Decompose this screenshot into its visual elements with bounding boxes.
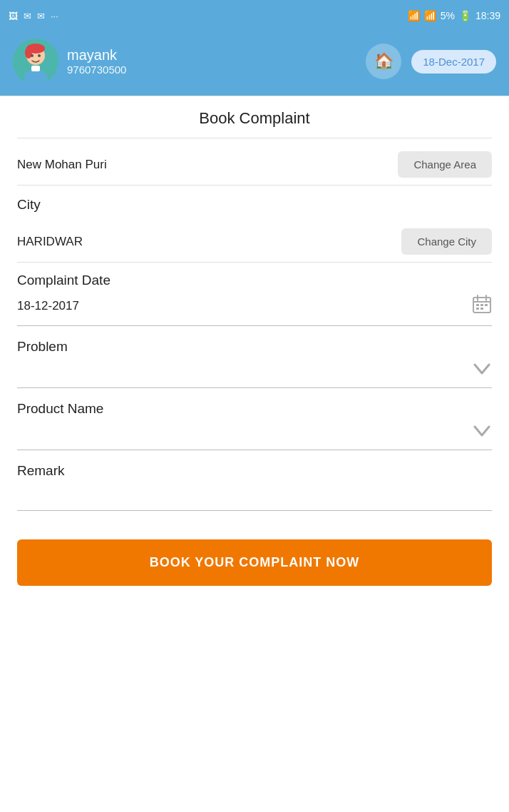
date-value: 18-12-2017 bbox=[17, 299, 79, 313]
wifi-icon: 📶 bbox=[408, 10, 420, 21]
page-title: Book Complaint bbox=[17, 96, 492, 138]
problem-chevron-icon bbox=[472, 362, 492, 380]
problem-section: Problem bbox=[17, 326, 492, 388]
user-info: mayank 9760730500 bbox=[13, 39, 126, 84]
header: mayank 9760730500 🏠 18-Dec-2017 bbox=[0, 31, 509, 96]
product-name-label: Product Name bbox=[17, 401, 492, 417]
status-bar: 🖼 ✉ ✉ ··· 📶 📶 5% 🔋 18:39 bbox=[0, 0, 509, 31]
change-city-button[interactable]: Change City bbox=[401, 228, 492, 255]
svg-rect-15 bbox=[476, 308, 479, 310]
book-complaint-button[interactable]: BOOK YOUR COMPLAINT NOW bbox=[17, 539, 492, 586]
svg-rect-16 bbox=[480, 308, 483, 310]
remark-label: Remark bbox=[17, 463, 492, 479]
main-content: Book Complaint New Mohan Puri Change Are… bbox=[0, 96, 509, 603]
product-dropdown-row[interactable] bbox=[17, 424, 492, 450]
email-icon-2: ✉ bbox=[37, 11, 45, 21]
complaint-date-label: Complaint Date bbox=[17, 273, 492, 288]
signal-icon: 📶 bbox=[424, 10, 436, 21]
avatar-svg bbox=[13, 39, 58, 84]
battery-icon: 🔋 bbox=[459, 10, 471, 21]
product-name-section: Product Name bbox=[17, 388, 492, 450]
complaint-date-section: Complaint Date 18-12-2017 bbox=[17, 263, 492, 326]
clock: 18:39 bbox=[475, 10, 500, 21]
header-right: 🏠 18-Dec-2017 bbox=[366, 44, 496, 79]
remark-section: Remark bbox=[17, 450, 492, 511]
city-value: HARIDWAR bbox=[17, 235, 83, 249]
user-phone: 9760730500 bbox=[67, 64, 126, 76]
home-button[interactable]: 🏠 bbox=[366, 44, 401, 79]
avatar bbox=[13, 39, 58, 84]
remark-input[interactable] bbox=[17, 486, 492, 511]
change-area-button[interactable]: Change Area bbox=[398, 151, 492, 178]
svg-rect-14 bbox=[485, 304, 488, 306]
status-right-info: 📶 📶 5% 🔋 18:39 bbox=[408, 10, 500, 21]
user-details: mayank 9760730500 bbox=[67, 47, 126, 76]
calendar-icon[interactable] bbox=[472, 294, 492, 318]
problem-dropdown-row[interactable] bbox=[17, 362, 492, 388]
problem-label: Problem bbox=[17, 339, 492, 355]
svg-point-6 bbox=[31, 54, 34, 57]
city-label: City bbox=[17, 186, 492, 215]
date-row: 18-12-2017 bbox=[17, 294, 492, 326]
area-value: New Mohan Puri bbox=[17, 158, 107, 172]
header-date-badge: 18-Dec-2017 bbox=[411, 50, 496, 73]
svg-rect-13 bbox=[480, 304, 483, 306]
user-name: mayank bbox=[67, 47, 126, 64]
image-icon: 🖼 bbox=[9, 11, 18, 21]
svg-point-3 bbox=[25, 47, 32, 59]
status-icons: 🖼 ✉ ✉ ··· bbox=[9, 11, 58, 21]
email-icon-1: ✉ bbox=[24, 11, 31, 21]
area-row: New Mohan Puri Change Area bbox=[17, 138, 492, 186]
battery-percent: 5% bbox=[441, 10, 455, 21]
svg-point-7 bbox=[38, 54, 41, 57]
city-row: HARIDWAR Change City bbox=[17, 215, 492, 263]
home-icon: 🏠 bbox=[374, 52, 394, 71]
svg-rect-12 bbox=[476, 304, 479, 306]
more-icon: ··· bbox=[51, 11, 58, 21]
svg-rect-5 bbox=[31, 66, 40, 71]
product-chevron-icon bbox=[472, 424, 492, 442]
